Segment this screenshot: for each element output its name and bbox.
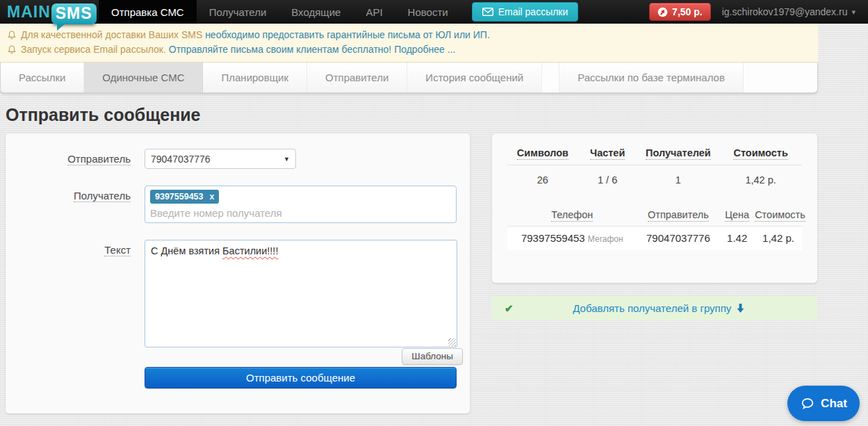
- send-message-form: Отправитель 79047037776 ▼ Получатель 939…: [6, 133, 470, 413]
- tab-scheduler[interactable]: Планировщик: [203, 63, 306, 92]
- bell-icon: [7, 30, 17, 40]
- sender-row: Отправитель 79047037776 ▼: [6, 149, 463, 169]
- recipient-tag: 9397559453 x: [150, 190, 219, 204]
- logo-sms-bubble: SMS: [51, 3, 97, 24]
- detail-operator: Мегафон: [588, 234, 623, 244]
- message-textarea[interactable]: С Днём взятия Бастилии!!!!: [145, 240, 457, 347]
- notice-guarantee: Для качественной доставки Ваших SMS необ…: [7, 28, 811, 42]
- detail-header-sender: Отправитель: [637, 209, 720, 226]
- detail-header-phone: Телефон: [507, 209, 637, 226]
- bell-icon: [7, 44, 17, 55]
- tab-campaigns[interactable]: Рассылки: [1, 63, 84, 92]
- email-campaigns-label: Email рассылки: [498, 6, 568, 17]
- detail-cell-cost: 1,42 р.: [755, 227, 802, 250]
- templates-row: Шаблоны: [6, 348, 463, 365]
- detail-header-cost: Стоимость: [755, 209, 802, 226]
- tab-message-history[interactable]: История сообщений: [407, 63, 542, 92]
- detail-cell-sender: 79047037776: [637, 227, 720, 250]
- add-to-group-link[interactable]: Добавлять получателей в группу: [573, 302, 745, 314]
- recipient-input[interactable]: 9397559453 x Введите номер получателя: [145, 186, 457, 223]
- detail-header-price: Цена: [719, 209, 755, 226]
- summary-header-cost: Стоимость: [719, 147, 802, 165]
- account-menu[interactable]: ig.schirokov1979@yandex.ru ▾: [722, 6, 855, 17]
- chevron-down-icon: ▾: [851, 8, 855, 17]
- main-navigation: Отправка СМС Получатели Входящие API Нов…: [99, 0, 461, 24]
- check-icon: ✔: [505, 302, 514, 315]
- balance-badge[interactable]: 7,50 р.: [649, 3, 711, 21]
- chat-label: Chat: [821, 397, 847, 411]
- recipient-tag-number: 9397559453: [155, 192, 204, 202]
- summary-table: Символов Частей Получателей Стоимость 26…: [507, 147, 802, 191]
- notice-text: Запуск сервиса Email рассылок.: [21, 44, 166, 55]
- account-email: ig.schirokov1979@yandex.ru: [722, 6, 848, 17]
- recipient-placeholder: Введите номер получателя: [150, 207, 451, 219]
- sender-select[interactable]: 79047037776 ▼: [145, 149, 296, 169]
- tab-senders[interactable]: Отправители: [307, 63, 407, 92]
- nav-item-incoming[interactable]: Входящие: [279, 0, 353, 24]
- right-column: Символов Частей Получателей Стоимость 26…: [492, 133, 817, 320]
- mainsms-logo[interactable]: MAIN SMS: [0, 0, 93, 24]
- top-navbar: MAIN SMS Отправка СМС Получатели Входящи…: [0, 0, 868, 24]
- remove-recipient-icon[interactable]: x: [210, 192, 215, 202]
- summary-value-symbols: 26: [507, 174, 578, 191]
- tab-single-sms[interactable]: Одиночные СМС: [84, 63, 203, 92]
- summary-header-symbols: Символов: [507, 147, 578, 165]
- recipient-details-table: Телефон Отправитель Цена Стоимость 79397…: [507, 209, 802, 250]
- summary-value-recipients: 1: [637, 174, 720, 191]
- nav-item-api[interactable]: API: [353, 0, 395, 24]
- message-stats-card: Символов Частей Получателей Стоимость 26…: [492, 133, 817, 283]
- add-to-group-label: Добавлять получателей в группу: [573, 302, 731, 314]
- envelope-icon: [482, 8, 493, 16]
- nav-item-send-sms[interactable]: Отправка СМС: [99, 0, 197, 24]
- message-text-part1: С Днём взятия: [151, 245, 222, 256]
- chat-bubble-icon: [800, 396, 815, 411]
- message-text-part2: Бастилии!!!!: [222, 245, 278, 256]
- text-row: Текст С Днём взятия Бастилии!!!!: [6, 240, 463, 347]
- notice-bar: Для качественной доставки Ваших SMS необ…: [0, 24, 818, 63]
- summary-header-parts: Частей: [578, 147, 637, 165]
- send-message-button[interactable]: Отправить сообщение: [145, 367, 457, 388]
- balance-amount: 7,50 р.: [672, 6, 703, 17]
- summary-divider: [507, 165, 802, 165]
- section-tab-bar: Рассылки Одиночные СМС Планировщик Отпра…: [0, 63, 818, 93]
- notice-email-link[interactable]: Отправляйте письма своим клиентам беспла…: [169, 44, 456, 55]
- page-container: Для качественной доставки Ваших SMS необ…: [0, 24, 818, 413]
- detail-phone: 79397559453: [521, 232, 585, 244]
- summary-value-cost: 1,42 р.: [719, 174, 802, 191]
- nav-item-recipients[interactable]: Получатели: [197, 0, 279, 24]
- detail-cell-phone: 79397559453 Мегафон: [507, 227, 637, 250]
- recipient-label: Получатель: [74, 190, 131, 202]
- email-campaigns-button[interactable]: Email рассылки: [472, 2, 579, 22]
- message-text-label: Текст: [104, 244, 131, 256]
- summary-header-recipients: Получателей: [637, 147, 720, 165]
- arrow-down-icon: [736, 303, 745, 313]
- select-arrow-icon: ▼: [284, 156, 290, 163]
- page-title: Отправить сообщение: [6, 105, 818, 125]
- main-content: Отправитель 79047037776 ▼ Получатель 939…: [0, 133, 818, 413]
- navbar-right-group: 7,50 р. ig.schirokov1979@yandex.ru ▾: [649, 0, 868, 24]
- top-up-icon: [657, 7, 668, 17]
- notice-guarantee-link[interactable]: необходимо предоставить гарантийные пись…: [205, 29, 490, 40]
- tab-terminal-base-campaigns[interactable]: Рассылки по базе терминалов: [559, 63, 744, 92]
- nav-item-news[interactable]: Новости: [395, 0, 461, 24]
- templates-button[interactable]: Шаблоны: [402, 348, 463, 365]
- sender-selected-value: 79047037776: [151, 154, 211, 165]
- logo-text-main: MAIN: [7, 3, 51, 22]
- summary-value-parts: 1 / 6: [578, 174, 637, 191]
- add-to-group-bar: ✔ Добавлять получателей в группу: [492, 296, 817, 320]
- chat-button[interactable]: Chat: [787, 386, 860, 421]
- notice-text: Для качественной доставки Ваших SMS: [21, 29, 202, 40]
- textarea-resize-grip[interactable]: [448, 338, 456, 346]
- sender-label: Отправитель: [67, 153, 131, 165]
- detail-cell-price: 1.42: [719, 227, 755, 250]
- notice-email-service: Запуск сервиса Email рассылок. Отправляй…: [7, 42, 811, 57]
- recipient-row: Получатель 9397559453 x Введите номер по…: [6, 186, 463, 223]
